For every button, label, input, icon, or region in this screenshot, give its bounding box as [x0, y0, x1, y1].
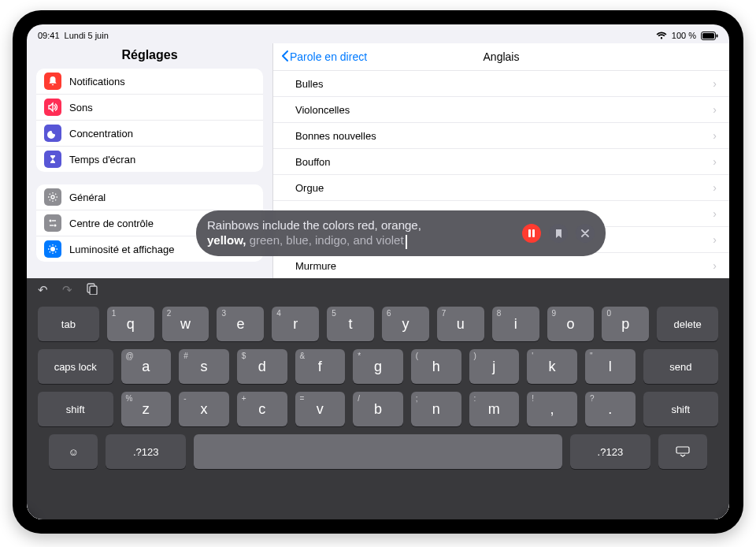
key-hint: - [183, 394, 186, 403]
list-item-label: Bonnes nouvelles [295, 130, 376, 142]
list-item[interactable]: Bonnes nouvelles› [273, 123, 729, 149]
svg-point-8 [50, 247, 55, 251]
sidebar-item-label: Notifications [69, 76, 125, 87]
svg-rect-13 [676, 447, 689, 453]
key-hint: @ [126, 352, 134, 360]
key-hint: 0 [606, 309, 611, 318]
list-item[interactable]: Bulles› [273, 71, 729, 97]
live-speech-bar[interactable]: Rainbows include the colors red, orange,… [196, 210, 606, 256]
back-button[interactable]: Parole en direct [281, 50, 367, 64]
key-e[interactable]: e3 [217, 307, 264, 341]
key-hint: " [590, 352, 593, 360]
key-q[interactable]: q1 [107, 307, 154, 341]
key-hint: : [474, 394, 476, 403]
list-item[interactable]: Violoncelles› [273, 97, 729, 123]
key-,[interactable]: ,! [527, 392, 577, 426]
space-key[interactable] [194, 434, 562, 469]
list-item[interactable]: Bouffon› [273, 149, 729, 175]
clipboard-icon[interactable] [87, 283, 98, 297]
sidebar-group: NotificationsSonsConcentrationTemps d'éc… [36, 69, 263, 172]
list-item[interactable]: Orgue› [273, 175, 729, 201]
chevron-right-icon: › [713, 155, 717, 168]
chevron-left-icon [281, 50, 288, 64]
sidebar-item-label: Sons [69, 102, 93, 113]
sound-icon [44, 99, 61, 116]
key-o[interactable]: o9 [547, 307, 595, 341]
key-j[interactable]: j) [469, 349, 520, 384]
key-w[interactable]: w2 [162, 307, 209, 341]
keyboard[interactable]: ↶ ↷ tab q1w2e3r4t5y6u7i8o9p0delete caps … [27, 278, 729, 519]
redo-icon[interactable]: ↷ [62, 283, 72, 297]
sidebar-item-temps-d-cran[interactable]: Temps d'écran [36, 146, 263, 172]
key-hint: 7 [442, 309, 447, 318]
numbers-key-right[interactable]: .?123 [570, 434, 650, 469]
key-b[interactable]: b/ [353, 392, 403, 426]
key-y[interactable]: y6 [382, 307, 429, 341]
sidebar-item-g-n-ral[interactable]: Général [36, 184, 263, 210]
list-item[interactable]: Murmure› [273, 253, 729, 279]
chevron-right-icon: › [713, 181, 717, 194]
svg-rect-12 [90, 286, 97, 295]
text-cursor [406, 235, 407, 249]
svg-point-3 [51, 195, 54, 199]
bell-icon [44, 73, 61, 90]
key-p[interactable]: p0 [602, 307, 649, 341]
key-v[interactable]: v= [295, 392, 346, 426]
key-d[interactable]: d$ [237, 349, 287, 384]
switches-icon [44, 214, 61, 232]
key-hint: ! [532, 394, 534, 403]
numbers-key-left[interactable]: .?123 [106, 434, 185, 469]
screen: 09:41 Lundi 5 juin 100 % Réglages [27, 24, 729, 519]
sidebar-item-notifications[interactable]: Notifications [36, 69, 263, 94]
key-hint: / [358, 394, 360, 403]
sidebar-item-concentration[interactable]: Concentration [36, 120, 263, 146]
bookmark-button[interactable] [549, 224, 568, 243]
key-f[interactable]: f& [295, 349, 346, 384]
undo-icon[interactable]: ↶ [38, 283, 48, 297]
key-u[interactable]: u7 [437, 307, 484, 341]
pause-button[interactable] [522, 224, 541, 243]
key-m[interactable]: m: [469, 392, 520, 426]
send-key[interactable]: send [643, 349, 719, 384]
shift-key-right[interactable]: shift [643, 392, 719, 426]
key-hint: * [358, 352, 361, 360]
svg-rect-2 [717, 34, 718, 37]
dismiss-keyboard-key[interactable] [658, 434, 707, 469]
key-hint: 9 [552, 309, 557, 318]
sidebar-item-label: Concentration [69, 128, 133, 140]
status-time: 09:41 [38, 31, 60, 40]
chevron-right-icon: › [713, 233, 717, 246]
tab-key[interactable]: tab [38, 307, 99, 341]
capslock-key[interactable]: caps lock [38, 349, 113, 384]
key-r[interactable]: r4 [272, 307, 319, 341]
svg-rect-1 [702, 33, 714, 39]
key-hint: ) [474, 352, 476, 360]
key-z[interactable]: z% [121, 392, 172, 426]
key-hint: ( [416, 352, 418, 360]
key-hint: ? [590, 394, 595, 403]
key-i[interactable]: i8 [492, 307, 539, 341]
sun-icon [44, 240, 61, 258]
key-k[interactable]: k' [527, 349, 577, 384]
key-x[interactable]: x- [179, 392, 229, 426]
back-label: Parole en direct [290, 50, 367, 63]
svg-point-6 [54, 225, 57, 227]
status-bar: 09:41 Lundi 5 juin 100 % [27, 24, 729, 43]
sidebar-item-sons[interactable]: Sons [36, 94, 263, 120]
key-.[interactable]: .? [585, 392, 636, 426]
svg-rect-10 [532, 229, 535, 237]
key-a[interactable]: a@ [121, 349, 172, 384]
key-s[interactable]: s# [179, 349, 229, 384]
key-t[interactable]: t5 [327, 307, 374, 341]
key-h[interactable]: h( [411, 349, 461, 384]
shift-key-left[interactable]: shift [38, 392, 113, 426]
key-l[interactable]: l" [585, 349, 636, 384]
status-battery: 100 % [672, 31, 696, 40]
close-button[interactable] [576, 224, 595, 243]
key-hint: 8 [497, 309, 502, 318]
key-c[interactable]: c+ [237, 392, 287, 426]
delete-key[interactable]: delete [657, 307, 718, 341]
key-g[interactable]: g* [353, 349, 403, 384]
key-n[interactable]: n; [411, 392, 461, 426]
emoji-key[interactable]: ☺ [49, 434, 98, 469]
